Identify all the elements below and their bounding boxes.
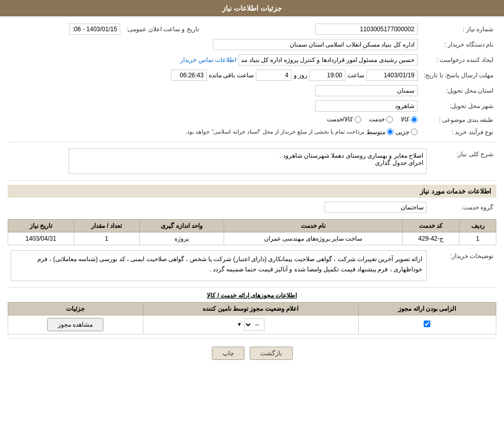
row-service-name: ساخت سایر پروژه‌های مهندسی عمران <box>224 232 402 245</box>
permits-required-checkbox[interactable] <box>424 321 430 327</box>
permits-status-select[interactable]: -- <box>244 318 265 331</box>
permits-col-details: جزئیات <box>8 302 143 315</box>
permits-col-required: الزامی بودن ارائه مجوز <box>358 302 496 315</box>
need-number-value <box>202 22 421 37</box>
city-label: شهر محل تحویل: <box>421 98 496 114</box>
content-area: شماره نیاز : تاریخ و ساعت اعلان عمومی: ن… <box>0 16 504 373</box>
buyer-label: نام دستگاه خریدار : <box>421 37 496 52</box>
row-date: 1403/04/31 <box>8 232 74 245</box>
need-desc-value: اصلاح معابر و بهسازی روستای دهملا شهرستا… <box>8 146 430 176</box>
permits-row: -- ▼ مشاهده مجوز <box>8 315 496 334</box>
need-number-label: شماره نیاز : <box>421 22 496 37</box>
row-number: 1 <box>459 232 496 245</box>
permits-required-cell <box>358 315 496 334</box>
purchase-type-jozi[interactable]: جزیی <box>396 129 418 136</box>
category-options: کالا خدمت کالا/خدمت <box>8 114 421 126</box>
response-remaining-input[interactable] <box>171 70 207 81</box>
col-header-row: ردیف <box>459 219 496 232</box>
services-section-title: اطلاعات خدمات مورد نیاز <box>8 185 496 198</box>
permits-details-cell: مشاهده مجوز <box>8 315 143 334</box>
dropdown-icon: ▼ <box>237 322 242 327</box>
response-deadline-row: ساعت روز و ساعت باقی مانده <box>8 68 421 83</box>
info-table: شماره نیاز : تاریخ و ساعت اعلان عمومی: ن… <box>8 22 496 138</box>
buyer-input[interactable] <box>213 39 418 50</box>
notes-text: ارائه تصویر آخرین تغییرات شرکت ، گواهی ص… <box>37 255 422 273</box>
date-label: تاریخ و ساعت اعلان عمومی: <box>123 22 202 37</box>
permits-status-cell: -- ▼ <box>143 315 358 334</box>
permits-title: اطلاعات مجوزهای ارائه خدمت / کالا <box>8 292 496 299</box>
table-row: 1 ج-42-429 ساخت سایر پروژه‌های مهندسی عم… <box>8 232 496 245</box>
requester-input[interactable] <box>238 54 418 66</box>
category-khedmat-option[interactable]: خدمت <box>369 116 393 123</box>
response-days-input[interactable] <box>256 70 292 81</box>
category-kala-option[interactable]: کالا <box>401 116 418 123</box>
col-header-unit: واحد اندازه گیری <box>140 219 224 232</box>
requester-label: ایجاد کننده درخواست : <box>421 52 496 68</box>
purchase-type-motavasset[interactable]: متوسط <box>366 129 393 136</box>
purchase-type-note: پرداخت تمام یا بخشی از مبلغ خریدار از مح… <box>185 129 364 135</box>
service-group-value <box>8 200 430 215</box>
ptype-motavasset-radio[interactable] <box>387 129 393 135</box>
notes-label: توضیحات خریدار: <box>430 248 496 283</box>
contact-link[interactable]: اطلاعات تماس خریدار <box>180 56 236 63</box>
row-code: ج-42-429 <box>403 232 459 245</box>
services-table: ردیف کد خدمت نام خدمت واحد اندازه گیری ت… <box>8 219 496 245</box>
divider-3 <box>8 287 496 288</box>
divider-4 <box>8 338 496 339</box>
purchase-type-label: نوع فرآیند خرید : <box>421 126 496 138</box>
response-remaining-label: ساعت باقی مانده <box>209 72 254 79</box>
row-unit: پروژه <box>140 232 224 245</box>
divider-2 <box>8 180 496 181</box>
service-group-table: گروه خدمت: <box>8 200 496 215</box>
response-days-label: روز و <box>294 72 308 79</box>
service-group-label: گروه خدمت: <box>430 200 496 215</box>
back-button[interactable]: بازگشت <box>250 347 293 360</box>
requester-value: اطلاعات تماس خریدار <box>8 52 421 68</box>
need-desc-box: اصلاح معابر و بهسازی روستای دهملا شهرستا… <box>69 148 427 174</box>
ptype-jozi-radio[interactable] <box>411 129 418 135</box>
category-kala-khedmat-radio[interactable] <box>355 116 361 123</box>
notes-table: توضیحات خریدار: ارائه تصویر آخرین تغییرا… <box>8 248 496 283</box>
city-input[interactable] <box>315 100 418 112</box>
category-kala-radio[interactable] <box>411 116 418 123</box>
response-time-label: ساعت <box>347 72 364 79</box>
response-deadline-label: مهلت ارسال پاسخ: تا تاریخ: <box>421 68 496 83</box>
province-label: استان محل تحویل: <box>421 83 496 98</box>
divider-1 <box>8 142 496 142</box>
date-value <box>8 22 123 37</box>
response-date-input[interactable] <box>366 70 418 81</box>
col-header-name: نام خدمت <box>224 219 402 232</box>
permits-col-status: اعلام وضعیت مجوز توسط نامین کننده <box>143 302 358 315</box>
category-kala-khedmat-option[interactable]: کالا/خدمت <box>327 116 361 123</box>
need-desc-table: شرح کلی نیاز: اصلاح معابر و بهسازی روستا… <box>8 146 496 176</box>
date-input[interactable] <box>69 24 120 35</box>
col-header-qty: تعداد / مقدار <box>74 219 140 232</box>
page-header: جزئیات اطلاعات نیاز <box>0 0 504 16</box>
permits-table: الزامی بودن ارائه مجوز اعلام وضعیت مجوز … <box>8 302 496 334</box>
page-wrapper: جزئیات اطلاعات نیاز شماره نیاز : تاریخ و… <box>0 0 504 448</box>
buttons-row: بازگشت چاپ <box>8 347 496 360</box>
print-button[interactable]: چاپ <box>212 347 245 360</box>
col-header-code: کد خدمت <box>403 219 459 232</box>
page-title: جزئیات اطلاعات نیاز <box>222 4 282 12</box>
need-desc-label: شرح کلی نیاز: <box>430 146 496 176</box>
col-header-date: تاریخ نیاز <box>8 219 74 232</box>
category-label: طبقه بندی موضوعی : <box>421 114 496 126</box>
buyer-value <box>8 37 421 52</box>
city-value <box>8 98 421 114</box>
purchase-type-row: جزیی متوسط پرداخت تمام یا بخشی از مبلغ خ… <box>8 126 421 138</box>
province-input[interactable] <box>315 85 418 96</box>
province-value <box>8 83 421 98</box>
response-time-input[interactable] <box>310 70 345 81</box>
notes-value: ارائه تصویر آخرین تغییرات شرکت ، گواهی ص… <box>8 248 430 283</box>
row-quantity: 1 <box>74 232 140 245</box>
need-number-input[interactable] <box>315 24 418 35</box>
service-group-input[interactable] <box>324 202 427 213</box>
category-khedmat-radio[interactable] <box>386 116 393 123</box>
notes-box: ارائه تصویر آخرین تغییرات شرکت ، گواهی ص… <box>11 250 427 281</box>
view-permit-button[interactable]: مشاهده مجوز <box>47 318 103 331</box>
